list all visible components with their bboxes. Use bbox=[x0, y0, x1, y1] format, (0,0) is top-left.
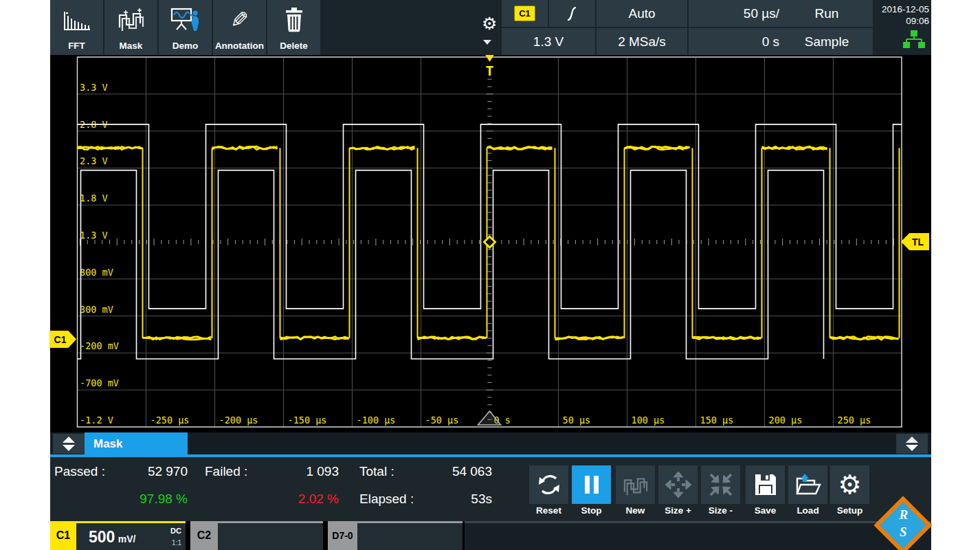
time-axis-label: 50 µs bbox=[563, 415, 591, 426]
new-label: New bbox=[616, 505, 655, 516]
voltage-axis-label: -1.2 V bbox=[80, 415, 113, 426]
voltage-axis-label: 1.8 V bbox=[80, 192, 108, 204]
expand-arrows-icon bbox=[665, 471, 692, 498]
channel1-badge-label: C1 bbox=[56, 529, 70, 542]
trigger-position-icon bbox=[483, 55, 497, 62]
save-label: Save bbox=[746, 505, 785, 516]
fft-button[interactable]: FFT bbox=[50, 0, 103, 55]
channel2-badge-label: C2 bbox=[197, 529, 211, 542]
time-axis-label: -100 µs bbox=[357, 415, 396, 426]
acquisition-state-value: Run bbox=[815, 6, 839, 21]
time-text: 09:06 bbox=[874, 16, 929, 28]
time-axis-label: -250 µs bbox=[151, 415, 190, 426]
time-axis-label: 100 µs bbox=[632, 415, 665, 426]
voltage-axis-label: 300 mV bbox=[80, 304, 113, 315]
delete-button[interactable]: Delete bbox=[267, 0, 320, 55]
date-text: 2016-12-05 bbox=[874, 4, 929, 16]
channel1-coupling: DC 1:1 bbox=[170, 525, 181, 549]
pause-icon bbox=[585, 476, 599, 494]
delete-label: Delete bbox=[267, 41, 320, 51]
passed-label: Passed : bbox=[54, 464, 105, 479]
sample-rate-value: 2 MSa/s bbox=[618, 34, 666, 50]
passed-percentage: 97.98 % bbox=[112, 492, 188, 507]
passed-value: 52 970 bbox=[112, 464, 188, 479]
tab-mask[interactable]: Mask bbox=[85, 432, 188, 455]
demo-label: Demo bbox=[159, 41, 212, 51]
acquisition-mode-cell[interactable]: Sample bbox=[781, 28, 873, 55]
trigger-level-cell[interactable]: 1.3 V bbox=[502, 28, 595, 55]
oscilloscope-screen: FFT Mask bbox=[0, 0, 980, 550]
shrink-arrows-icon bbox=[707, 471, 735, 498]
horizontal-position-cell[interactable]: 0 s bbox=[689, 28, 788, 55]
menu-expand-icon[interactable] bbox=[483, 40, 491, 45]
total-label: Total : bbox=[359, 464, 394, 479]
voltage-axis-label: 1.3 V bbox=[80, 230, 108, 241]
reset-refresh-icon bbox=[537, 472, 561, 497]
trigger-source-cell[interactable]: C1 bbox=[502, 0, 548, 27]
up-triangle-icon bbox=[906, 437, 918, 443]
digital-channels-badge[interactable]: D7-0 bbox=[328, 521, 357, 550]
failed-label: Failed : bbox=[205, 464, 247, 479]
trigger-mode-cell[interactable]: Auto bbox=[597, 0, 687, 27]
tabbar-collapse-right-button[interactable] bbox=[896, 434, 928, 454]
time-axis-label: -50 µs bbox=[425, 415, 459, 426]
mask-button[interactable]: Mask bbox=[104, 0, 157, 55]
voltage-axis-label: 2.3 V bbox=[80, 155, 108, 166]
tab-mask-label: Mask bbox=[93, 437, 123, 451]
result-tabbar: Mask bbox=[50, 432, 931, 455]
time-axis-label: 200 µs bbox=[769, 415, 803, 426]
setup-gear-icon: ⚙ bbox=[838, 472, 861, 498]
sample-rate-cell[interactable]: 2 MSa/s bbox=[597, 28, 687, 55]
channel1-scale-value: 500 bbox=[89, 528, 115, 546]
channel2-settings[interactable] bbox=[218, 521, 323, 550]
channel1-badge[interactable]: C1 bbox=[50, 521, 76, 550]
size-minus-label: Size - bbox=[701, 505, 740, 516]
rising-edge-icon bbox=[564, 5, 581, 23]
top-toolbar: FFT Mask bbox=[50, 0, 931, 55]
trash-icon bbox=[267, 4, 320, 36]
timebase-value: 50 µs/ bbox=[744, 6, 779, 21]
load-folder-icon bbox=[795, 473, 821, 496]
channel1-marker-label: C1 bbox=[54, 334, 67, 345]
acquisition-state-cell[interactable]: Run bbox=[781, 0, 873, 27]
time-axis-label: 150 µs bbox=[700, 415, 734, 426]
new-mask-icon bbox=[622, 472, 649, 497]
channel1-scale-unit: mV/ bbox=[118, 534, 136, 544]
channel-bar: C1 500 mV/ DC 1:1 C2 D7-0 bbox=[50, 521, 931, 550]
channel-bar-empty-area bbox=[465, 521, 931, 550]
reset-label: Reset bbox=[529, 505, 568, 516]
mask-icon bbox=[104, 4, 157, 36]
trigger-mode-value: Auto bbox=[628, 6, 655, 21]
trigger-level-value: 1.3 V bbox=[533, 34, 564, 50]
down-triangle-icon bbox=[63, 445, 75, 451]
annotation-button[interactable]: ✎ Annotation bbox=[213, 0, 266, 55]
elapsed-label: Elapsed : bbox=[359, 492, 414, 507]
total-value: 54 063 bbox=[418, 464, 492, 479]
datetime-display: 2016-12-05 09:06 bbox=[874, 4, 929, 28]
network-icon bbox=[902, 30, 926, 49]
time-axis-label: 250 µs bbox=[838, 415, 871, 426]
load-label: Load bbox=[788, 505, 827, 516]
digital-channels-settings[interactable] bbox=[357, 521, 463, 550]
channel2-badge[interactable]: C2 bbox=[190, 521, 218, 550]
trigger-source-badge: C1 bbox=[514, 6, 535, 21]
scope-graticule-and-trace: 3.3 V2.8 V2.3 V1.8 V1.3 V800 mV300 mV-20… bbox=[50, 55, 931, 432]
timebase-cell[interactable]: 50 µs/ bbox=[689, 0, 788, 27]
menu-gear-icon[interactable]: ⚙ bbox=[482, 15, 497, 32]
demo-icon bbox=[159, 4, 212, 36]
voltage-axis-label: 3.3 V bbox=[80, 82, 108, 93]
failed-percentage: 2.02 % bbox=[267, 492, 339, 507]
trigger-slope-cell[interactable] bbox=[549, 0, 595, 27]
pencil-icon: ✎ bbox=[213, 4, 266, 36]
demo-button[interactable]: Demo bbox=[159, 0, 212, 55]
down-triangle-icon bbox=[906, 445, 918, 451]
setup-label: Setup bbox=[830, 505, 869, 516]
size-plus-label: Size + bbox=[658, 505, 698, 516]
trigger-position-label: T bbox=[485, 63, 493, 79]
trigger-level-marker-label: TL bbox=[912, 236, 924, 248]
digital-badge-label: D7-0 bbox=[332, 530, 353, 541]
tabbar-collapse-left-button[interactable] bbox=[53, 434, 85, 454]
elapsed-value: 53s bbox=[418, 492, 492, 507]
channel1-settings[interactable]: 500 mV/ DC 1:1 bbox=[76, 521, 186, 550]
time-axis-label: -150 µs bbox=[288, 415, 327, 426]
